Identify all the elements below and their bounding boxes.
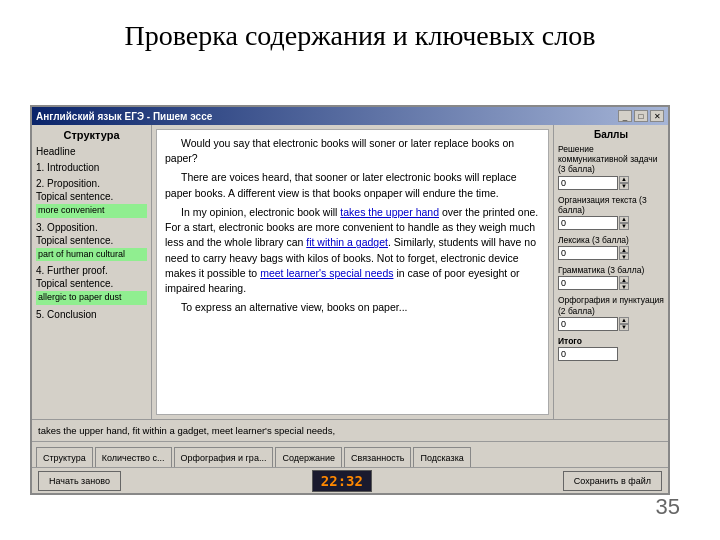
score-spelling-down[interactable]: ▼ bbox=[619, 324, 629, 331]
keyword-bar: takes the upper hand, fit within a gadge… bbox=[32, 419, 668, 441]
score-communication-down[interactable]: ▼ bbox=[619, 183, 629, 190]
scores-panel: Баллы Решение коммуникативной задачи (3 … bbox=[553, 125, 668, 419]
score-communication: Решение коммуникативной задачи (3 балла)… bbox=[558, 144, 664, 190]
sidebar-item-headline: Headline bbox=[36, 145, 147, 158]
tabs-row: Структура Количество с... Орфография и г… bbox=[32, 441, 668, 467]
page-title: Проверка содержания и ключевых слов bbox=[0, 0, 720, 66]
link-fit-within-gadget: fit within a gadget bbox=[306, 236, 388, 248]
minimize-button[interactable]: _ bbox=[618, 110, 632, 122]
sidebar-item-conclusion: 5. Conclusion bbox=[36, 308, 147, 321]
essay-para4: To express an alternative view, books on… bbox=[165, 300, 540, 315]
sidebar-item-opposition: 3. Opposition.Topical sentence. part of … bbox=[36, 221, 147, 262]
tab-svyazannost[interactable]: Связанность bbox=[344, 447, 411, 467]
keyword-text: takes the upper hand, fit within a gadge… bbox=[38, 425, 335, 436]
scores-header: Баллы bbox=[558, 129, 664, 140]
score-lexics-down[interactable]: ▼ bbox=[619, 253, 629, 260]
score-spelling: Орфография и пунктуация (2 балла) ▲ ▼ bbox=[558, 295, 664, 330]
content-area: Структура Headline 1. Introduction 2. Pr… bbox=[32, 125, 668, 419]
score-grammar: Грамматика (3 балла) ▲ ▼ bbox=[558, 265, 664, 290]
tab-podskazka[interactable]: Подсказка bbox=[413, 447, 470, 467]
essay-text-area[interactable]: Would you say that electronic books will… bbox=[156, 129, 549, 415]
score-spelling-input[interactable] bbox=[558, 317, 618, 331]
sidebar-item-further-proof: 4. Further proof.Topical sentence. aller… bbox=[36, 264, 147, 305]
window-title: Английский язык ЕГЭ - Пишем эссе bbox=[36, 111, 212, 122]
score-organization-input[interactable] bbox=[558, 216, 618, 230]
title-bar-buttons: _ □ ✕ bbox=[618, 110, 664, 122]
score-total: Итого bbox=[558, 336, 664, 361]
sidebar-item-proposition: 2. Proposition.Topical sentence. more co… bbox=[36, 177, 147, 218]
highlight-part-of-human: part of human cultural bbox=[36, 248, 147, 262]
tab-struktura[interactable]: Структура bbox=[36, 447, 93, 467]
essay-para1: Would you say that electronic books will… bbox=[165, 136, 540, 166]
save-button[interactable]: Сохранить в файл bbox=[563, 471, 662, 491]
tab-soderzhanie[interactable]: Содержание bbox=[275, 447, 342, 467]
score-grammar-up[interactable]: ▲ bbox=[619, 276, 629, 283]
highlight-more-convenient: more convenient bbox=[36, 204, 147, 218]
essay-para3: In my opinion, electronic book will take… bbox=[165, 205, 540, 296]
tab-orfografiya[interactable]: Орфография и гра... bbox=[174, 447, 274, 467]
score-grammar-input[interactable] bbox=[558, 276, 618, 290]
restart-button[interactable]: Начать заново bbox=[38, 471, 121, 491]
score-organization-up[interactable]: ▲ bbox=[619, 216, 629, 223]
sidebar-item-introduction: 1. Introduction bbox=[36, 161, 147, 174]
score-communication-up[interactable]: ▲ bbox=[619, 176, 629, 183]
link-takes-upper-hand: takes the upper hand bbox=[340, 206, 439, 218]
score-lexics-up[interactable]: ▲ bbox=[619, 246, 629, 253]
score-communication-input[interactable] bbox=[558, 176, 618, 190]
maximize-button[interactable]: □ bbox=[634, 110, 648, 122]
sidebar: Структура Headline 1. Introduction 2. Pr… bbox=[32, 125, 152, 419]
sidebar-header: Структура bbox=[36, 129, 147, 141]
score-lexics-input[interactable] bbox=[558, 246, 618, 260]
timer-display: 22:32 bbox=[312, 470, 372, 492]
close-button[interactable]: ✕ bbox=[650, 110, 664, 122]
main-window: Английский язык ЕГЭ - Пишем эссе _ □ ✕ С… bbox=[30, 105, 670, 495]
score-lexics: Лексика (3 балла) ▲ ▼ bbox=[558, 235, 664, 260]
link-meet-learners-needs: meet learner's special needs bbox=[260, 267, 393, 279]
score-organization-down[interactable]: ▼ bbox=[619, 223, 629, 230]
title-bar: Английский язык ЕГЭ - Пишем эссе _ □ ✕ bbox=[32, 107, 668, 125]
action-row: Начать заново 22:32 Сохранить в файл bbox=[32, 467, 668, 493]
score-spelling-up[interactable]: ▲ bbox=[619, 317, 629, 324]
essay-para2: There are voices heard, that sooner or l… bbox=[165, 170, 540, 200]
highlight-allergic: allergic to paper dust bbox=[36, 291, 147, 305]
tab-kolichestvo[interactable]: Количество с... bbox=[95, 447, 172, 467]
slide-number: 35 bbox=[656, 494, 680, 520]
score-organization: Организация текста (3 балла) ▲ ▼ bbox=[558, 195, 664, 230]
score-grammar-down[interactable]: ▼ bbox=[619, 283, 629, 290]
score-total-input[interactable] bbox=[558, 347, 618, 361]
